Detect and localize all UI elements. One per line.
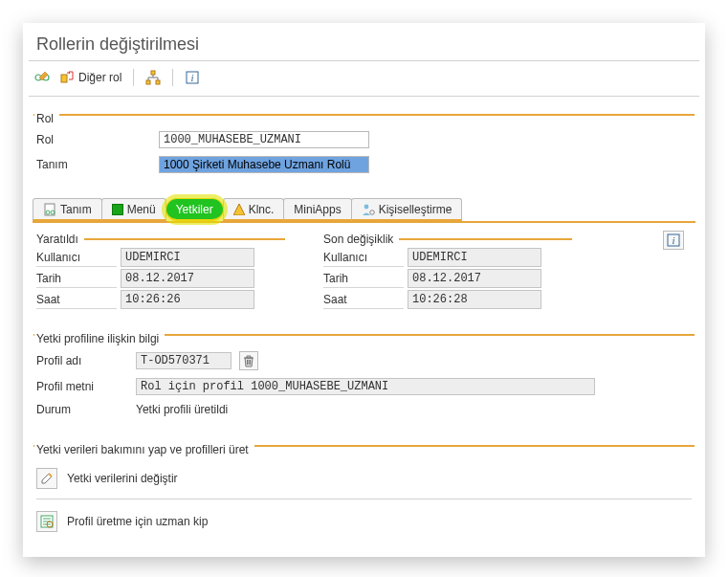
display-change-button[interactable] (33, 67, 52, 88)
role-desc-label: Tanım (36, 158, 151, 171)
created-group: Yaratıldı KullanıcıUDEMIRCI Tarih08.12.2… (36, 231, 285, 309)
tab-label: Klnc. (249, 203, 275, 216)
role-name-field[interactable]: 1000_MUHASEBE_UZMANI (159, 131, 369, 148)
tab-label: MiniApps (294, 203, 341, 216)
svg-rect-5 (156, 80, 160, 84)
svg-rect-3 (151, 71, 155, 75)
tab-label: Menü (127, 203, 156, 216)
info-button[interactable]: i (183, 70, 202, 85)
sap-window: Rollerin değiştirilmesi Diğer rol i (23, 23, 705, 557)
tab-klnc[interactable]: Klnc. (223, 198, 285, 221)
created-title: Yaratıldı (36, 233, 84, 246)
profile-text-label: Profil metni (36, 380, 128, 393)
toolbar-separator (172, 69, 173, 86)
divider (29, 60, 699, 61)
divider (36, 499, 692, 499)
pencil-icon (39, 471, 55, 486)
created-date-value: 08.12.2017 (121, 269, 254, 288)
created-user-label: Kullanıcı (36, 248, 117, 267)
expert-mode-icon (39, 514, 55, 529)
inheritance-icon (145, 70, 161, 85)
changed-group: Son değişiklik KullanıcıUDEMIRCI Tarih08… (323, 231, 572, 309)
change-auth-label: Yetki verilerini değiştir (67, 472, 178, 485)
profile-text-value: Rol için profil 1000_MUHASEBE_UZMANI (136, 378, 595, 395)
profile-info-group: Yetki profiline ilişkin bilgi Profil adı… (29, 326, 699, 428)
changed-time-label: Saat (323, 290, 404, 309)
tab-label: Yetkiler (176, 203, 213, 216)
changed-time-value: 10:26:28 (408, 290, 541, 309)
changed-user-value: UDEMIRCI (408, 248, 541, 267)
page-title: Rollerin değiştirilmesi (23, 23, 705, 60)
info-button[interactable]: i (663, 231, 684, 250)
status-green-icon (112, 204, 123, 215)
svg-rect-2 (61, 75, 67, 82)
profile-status-value: Yetki profili üretildi (136, 403, 228, 416)
changed-date-label: Tarih (323, 269, 404, 288)
tab-miniapps[interactable]: MiniApps (283, 198, 351, 221)
profile-name-label: Profil adı (36, 354, 128, 367)
role-swap-icon (59, 70, 75, 85)
role-name-label: Rol (36, 133, 151, 146)
expert-mode-row: Profil üretme için uzman kip (36, 507, 692, 536)
svg-text:i: i (191, 72, 194, 83)
delete-profile-button[interactable] (239, 351, 258, 370)
svg-point-12 (364, 204, 368, 209)
profile-status-label: Durum (36, 403, 128, 416)
tab-menu[interactable]: Menü (101, 198, 166, 221)
role-header-group: Rol Rol 1000_MUHASEBE_UZMANI Tanım 1000 … (29, 106, 699, 185)
divider (29, 96, 699, 97)
info-icon: i (666, 233, 681, 248)
inheritance-button[interactable] (143, 67, 163, 88)
created-user-value: UDEMIRCI (121, 248, 254, 267)
toolbar-separator (133, 69, 134, 86)
change-auth-button[interactable] (36, 468, 57, 489)
role-desc-row: Tanım 1000 Şirketi Muhasebe Uzmanı Rolü (36, 154, 692, 175)
profile-group-title: Yetki profiline ilişkin bilgi (34, 332, 165, 345)
tab-personalization[interactable]: Kişiselleştirme (351, 198, 463, 221)
svg-point-13 (369, 210, 374, 214)
tabstrip: Tanım Menü Yetkiler Klnc. MiniApps (33, 198, 695, 221)
change-auth-row: Yetki verilerini değiştir (36, 464, 692, 493)
changed-user-label: Kullanıcı (323, 248, 404, 267)
role-name-row: Rol 1000_MUHASEBE_UZMANI (36, 129, 692, 150)
status-yellow-icon (233, 204, 245, 215)
created-time-value: 10:26:26 (121, 290, 254, 309)
maintenance-group: Yetki verileri bakımını yap ve profiller… (29, 437, 699, 545)
info-icon: i (185, 70, 200, 85)
svg-text:i: i (672, 234, 674, 246)
person-gear-icon (362, 203, 375, 216)
expert-mode-button[interactable] (36, 511, 57, 532)
svg-rect-4 (146, 80, 150, 84)
profile-name-value: T-OD570371 (136, 352, 232, 369)
created-time-label: Saat (36, 290, 117, 309)
role-group-title: Rol (34, 112, 59, 125)
changed-title: Son değişiklik (323, 233, 399, 246)
doc-glasses-icon (43, 203, 56, 216)
created-date-label: Tarih (36, 269, 117, 288)
tab-label: Tanım (60, 203, 92, 216)
changed-date-value: 08.12.2017 (408, 269, 541, 288)
other-role-button[interactable]: Diğer rol (57, 67, 123, 88)
svg-marker-11 (233, 204, 245, 215)
tab-yetkiler[interactable]: Yetkiler (165, 198, 224, 221)
glasses-pencil-icon (34, 70, 50, 85)
other-role-label: Diğer rol (78, 71, 121, 84)
tab-label: Kişiselleştirme (379, 203, 452, 216)
trash-icon (241, 353, 256, 368)
tab-tanim[interactable]: Tanım (33, 198, 102, 221)
role-desc-field[interactable]: 1000 Şirketi Muhasebe Uzmanı Rolü (159, 156, 369, 173)
expert-mode-label: Profil üretme için uzman kip (67, 515, 208, 528)
toolbar: Diğer rol i (23, 65, 705, 96)
maintenance-group-title: Yetki verileri bakımını yap ve profiller… (34, 443, 254, 456)
